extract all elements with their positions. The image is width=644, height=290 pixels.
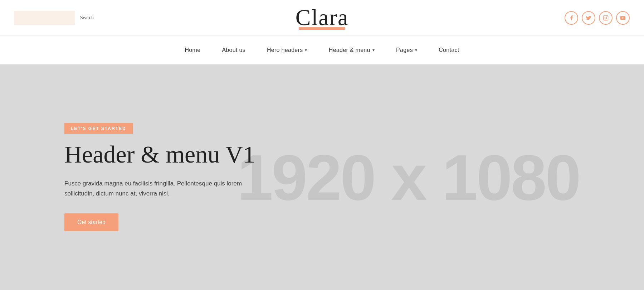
search-button[interactable]: Search xyxy=(75,11,99,25)
hero-description: Fusce gravida magna eu facilisis fringil… xyxy=(64,179,258,199)
facebook-icon[interactable] xyxy=(565,11,578,25)
nav-contact[interactable]: Contact xyxy=(439,47,459,53)
search-area: Search xyxy=(14,11,99,25)
chevron-down-icon: ▾ xyxy=(372,48,375,53)
hero-title: Header & menu V1 xyxy=(64,141,258,168)
hero-content: LET'S GET STARTED Header & menu V1 Fusce… xyxy=(0,95,322,260)
chevron-down-icon: ▾ xyxy=(415,48,417,53)
nav-about[interactable]: About us xyxy=(222,47,245,53)
logo-area: Clara xyxy=(296,6,349,30)
nav-hero-headers[interactable]: Hero headers ▾ xyxy=(267,47,307,53)
nav-header-menu[interactable]: Header & menu ▾ xyxy=(329,47,375,53)
nav-pages[interactable]: Pages ▾ xyxy=(396,47,417,53)
logo-underline xyxy=(299,27,345,30)
svg-rect-0 xyxy=(603,15,608,20)
svg-point-1 xyxy=(605,17,606,19)
nav-home[interactable]: Home xyxy=(185,47,200,53)
hero-section: 1920 x 1080 LET'S GET STARTED Header & m… xyxy=(0,64,644,290)
youtube-icon[interactable] xyxy=(616,11,630,25)
twitter-icon[interactable] xyxy=(582,11,595,25)
hero-badge: LET'S GET STARTED xyxy=(64,123,133,134)
chevron-down-icon: ▾ xyxy=(305,48,307,53)
top-header: Search Clara xyxy=(0,0,644,36)
instagram-icon[interactable] xyxy=(599,11,613,25)
svg-point-2 xyxy=(607,16,607,16)
search-input[interactable] xyxy=(14,11,75,25)
hero-cta-button[interactable]: Get started xyxy=(64,213,118,231)
nav-bar: Home About us Hero headers ▾ Header & me… xyxy=(0,36,644,64)
social-icons xyxy=(565,11,630,25)
logo-text: Clara xyxy=(296,6,349,29)
